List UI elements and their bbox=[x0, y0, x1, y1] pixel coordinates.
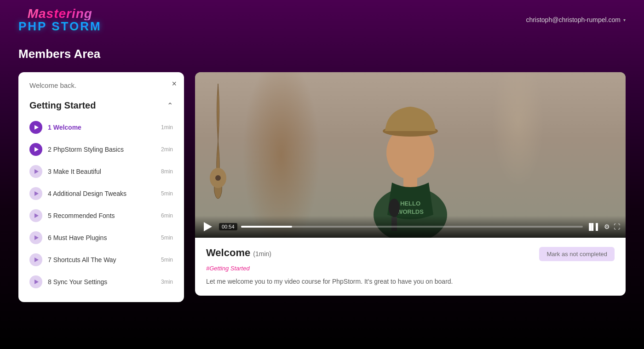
fullscreen-icon[interactable]: ⛶ bbox=[614, 223, 620, 230]
lesson-duration: 3min bbox=[161, 279, 173, 285]
lesson-play-icon bbox=[29, 187, 42, 200]
close-button[interactable]: × bbox=[172, 80, 177, 88]
lesson-title: 6 Must Have Plugins bbox=[48, 234, 157, 241]
header: Mastering PHP STORM christoph@christoph-… bbox=[0, 0, 644, 40]
lesson-play-icon bbox=[29, 275, 42, 288]
lesson-duration: 5min bbox=[161, 190, 173, 197]
play-triangle-icon bbox=[34, 280, 39, 284]
lesson-play-icon bbox=[29, 165, 42, 178]
play-triangle-icon bbox=[34, 257, 39, 262]
time-badge: 00:54 bbox=[219, 223, 237, 230]
svg-text:HELLO: HELLO bbox=[400, 200, 420, 207]
video-tag: #Getting Started bbox=[206, 265, 615, 272]
lesson-duration: 6min bbox=[161, 212, 173, 219]
user-menu[interactable]: christoph@christoph-rumpel.com ▾ bbox=[526, 16, 626, 23]
lesson-item[interactable]: 8 Sync Your Settings3min bbox=[18, 271, 184, 293]
guitar-svg bbox=[204, 81, 232, 201]
svg-point-9 bbox=[215, 175, 221, 181]
svg-text:WORLDS: WORLDS bbox=[397, 208, 424, 215]
lesson-title: 4 Additional Design Tweaks bbox=[48, 190, 157, 197]
play-triangle-icon bbox=[34, 235, 39, 240]
lesson-item[interactable]: 2 PhpStorm Styling Basics2min bbox=[18, 138, 184, 160]
video-panel: HELLO WORLDS 00:54 bbox=[195, 72, 626, 296]
lesson-play-icon bbox=[29, 209, 42, 222]
video-controls: 00:54 ▐▌▌ ⚙ ⛶ bbox=[195, 216, 626, 238]
video-background: HELLO WORLDS bbox=[195, 72, 626, 238]
lesson-duration: 5min bbox=[161, 257, 173, 263]
svg-point-6 bbox=[389, 199, 400, 217]
progress-bar[interactable] bbox=[241, 226, 583, 228]
lesson-item[interactable]: 3 Make It Beautiful8min bbox=[18, 160, 184, 183]
lesson-title: 1 Welcome bbox=[48, 124, 157, 131]
lesson-duration: 8min bbox=[161, 168, 173, 175]
user-email: christoph@christoph-rumpel.com bbox=[526, 16, 621, 23]
video-title: Welcome (1min) bbox=[206, 247, 271, 258]
lesson-duration: 2min bbox=[161, 146, 173, 153]
video-title-duration: (1min) bbox=[253, 250, 271, 257]
video-title-group: Welcome (1min) bbox=[206, 247, 271, 259]
play-icon bbox=[204, 222, 212, 231]
play-button[interactable] bbox=[201, 219, 215, 234]
lesson-item[interactable]: 5 Recommended Fonts6min bbox=[18, 205, 184, 227]
video-title-text: Welcome bbox=[206, 247, 250, 258]
video-title-row: Welcome (1min) Mark as not completed bbox=[206, 247, 615, 261]
play-triangle-icon bbox=[34, 125, 39, 130]
section-collapse-icon[interactable]: ⌃ bbox=[167, 101, 173, 110]
control-icons: ▐▌▌ ⚙ ⛶ bbox=[586, 223, 620, 230]
progress-fill bbox=[241, 226, 293, 228]
lesson-title: 3 Make It Beautiful bbox=[48, 168, 157, 175]
mark-complete-button[interactable]: Mark as not completed bbox=[539, 247, 615, 261]
lesson-list: 1 Welcome1min2 PhpStorm Styling Basics2m… bbox=[18, 116, 184, 293]
volume-icon[interactable]: ▐▌▌ bbox=[586, 223, 600, 230]
play-triangle-icon bbox=[34, 147, 39, 152]
lesson-play-icon bbox=[29, 231, 42, 244]
play-triangle-icon bbox=[34, 213, 39, 218]
lesson-duration: 1min bbox=[161, 124, 173, 131]
section-title: Getting Started bbox=[29, 100, 96, 111]
play-triangle-icon bbox=[34, 169, 39, 174]
logo-mastering-text: Mastering bbox=[28, 7, 92, 20]
person-svg: HELLO WORLDS bbox=[337, 72, 484, 238]
lesson-title: 5 Recommended Fonts bbox=[48, 212, 157, 219]
lesson-play-icon bbox=[29, 121, 42, 134]
lesson-play-icon bbox=[29, 253, 42, 266]
lesson-item[interactable]: 1 Welcome1min bbox=[18, 116, 184, 138]
svg-rect-3 bbox=[403, 176, 417, 187]
lesson-item[interactable]: 7 Shortcuts All The Way5min bbox=[18, 249, 184, 271]
video-description: Let me welcome you to my video course fo… bbox=[206, 276, 615, 286]
video-container: HELLO WORLDS 00:54 bbox=[195, 72, 626, 238]
lesson-title: 2 PhpStorm Styling Basics bbox=[48, 146, 157, 153]
sidebar-card: × Welcome back. Getting Started ⌃ 1 Welc… bbox=[18, 72, 184, 302]
video-info: Welcome (1min) Mark as not completed #Ge… bbox=[195, 238, 626, 296]
lesson-item[interactable]: 6 Must Have Plugins5min bbox=[18, 227, 184, 249]
page-title: Members Area bbox=[0, 40, 644, 72]
section-header: Getting Started ⌃ bbox=[18, 97, 184, 116]
lesson-duration: 5min bbox=[161, 235, 173, 241]
lesson-title: 8 Sync Your Settings bbox=[48, 278, 157, 286]
lesson-title: 7 Shortcuts All The Way bbox=[48, 256, 157, 263]
welcome-text: Welcome back. bbox=[18, 81, 184, 97]
logo: Mastering PHP STORM bbox=[18, 7, 102, 32]
logo-phpstorm-text: PHP STORM bbox=[18, 20, 102, 32]
lesson-item[interactable]: 4 Additional Design Tweaks5min bbox=[18, 183, 184, 205]
main-content: × Welcome back. Getting Started ⌃ 1 Welc… bbox=[0, 72, 644, 302]
settings-icon[interactable]: ⚙ bbox=[604, 223, 610, 230]
play-triangle-icon bbox=[34, 191, 39, 196]
lesson-play-icon bbox=[29, 143, 42, 156]
user-menu-chevron: ▾ bbox=[623, 17, 626, 23]
